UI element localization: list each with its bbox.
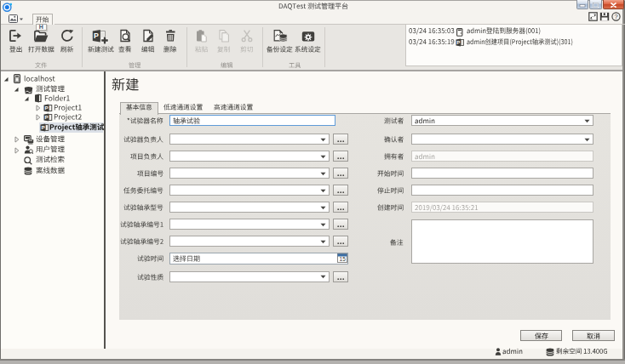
svg-text:P: P [44,105,48,111]
svg-text:?: ? [614,13,617,20]
svg-text:P: P [94,31,99,40]
svg-text:15: 15 [340,256,347,262]
svg-text:P: P [456,40,460,45]
svg-text:P: P [41,124,44,130]
svg-text:P: P [44,114,48,120]
